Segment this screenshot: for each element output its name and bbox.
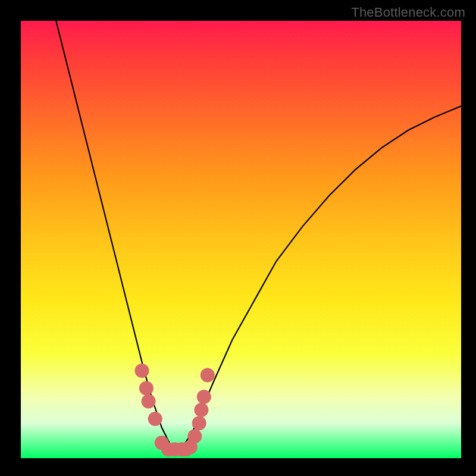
marker-dot	[197, 390, 211, 404]
bottleneck-curve	[56, 21, 461, 449]
watermark: TheBottleneck.com	[351, 5, 465, 20]
marker-dot	[201, 368, 215, 382]
highlight-dots	[135, 364, 215, 456]
marker-dot	[192, 416, 206, 430]
curve-layer	[21, 21, 461, 458]
marker-dot	[142, 394, 156, 409]
marker-dot	[139, 381, 154, 395]
marker-dot	[187, 429, 202, 443]
marker-dot	[148, 412, 162, 426]
chart-frame: TheBottleneck.com	[0, 0, 476, 476]
marker-dot	[135, 364, 149, 378]
marker-dot	[194, 403, 208, 417]
plot-area	[21, 21, 461, 458]
